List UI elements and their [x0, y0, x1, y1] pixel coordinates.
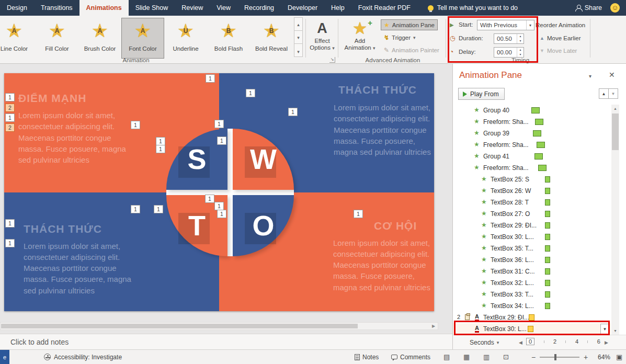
animation-item[interactable]: ★Freeform: Sha...: [453, 139, 611, 151]
timeline-bar[interactable]: [545, 280, 550, 286]
animation-painter-button[interactable]: ✎ Animation Painter: [381, 44, 442, 55]
tell-me-box[interactable]: Tell me what you want to do: [428, 0, 518, 16]
reading-view-button[interactable]: ▥: [483, 350, 490, 364]
animation-item[interactable]: ★Group 39: [453, 128, 611, 139]
accessibility-status[interactable]: Accessibility: Investigate: [44, 350, 122, 364]
animation-number-badge[interactable]: 1: [205, 195, 214, 203]
menu-tab-help[interactable]: Help: [324, 0, 351, 16]
notes-area[interactable]: Click to add notes: [0, 334, 452, 349]
timeline-bar[interactable]: [545, 176, 550, 183]
animation-number-badge[interactable]: 1: [5, 219, 15, 228]
animation-item[interactable]: ★Freeform: Sha...: [453, 116, 611, 128]
timeline-bar[interactable]: [545, 188, 550, 194]
timeline-bar[interactable]: [535, 119, 543, 125]
slide-canvas[interactable]: ĐIỂM MẠNH Lorem ipsum dolor sit amet, co…: [4, 73, 434, 311]
swot-quarter-w[interactable]: W: [233, 129, 294, 190]
duration-input[interactable]: 00.50 ▴▾: [494, 33, 524, 44]
menu-tab-foxit-reader-pdf[interactable]: Foxit Reader PDF: [351, 0, 417, 16]
timeline-bar[interactable]: [545, 303, 550, 309]
normal-view-button[interactable]: ▤: [443, 350, 450, 364]
timeline-bar[interactable]: [545, 257, 550, 263]
animation-item[interactable]: ★TextBox 31: C...: [453, 266, 611, 277]
animation-number-badge[interactable]: 2: [5, 104, 15, 112]
animation-item[interactable]: 2ATextBox 29: ĐI...: [453, 312, 611, 323]
timeline-bar[interactable]: [545, 199, 550, 206]
menu-tab-view[interactable]: View: [210, 0, 237, 16]
delay-input[interactable]: 00.00 ▴▾: [494, 47, 524, 58]
animation-number-badge[interactable]: 1: [131, 205, 140, 213]
animation-item[interactable]: ★Group 40: [453, 105, 611, 116]
scroll-right-arrow[interactable]: ▶: [430, 323, 437, 329]
zoom-in-button[interactable]: +: [584, 350, 588, 364]
comments-toggle-button[interactable]: Comments: [391, 350, 430, 364]
menu-tab-developer[interactable]: Developer: [281, 0, 324, 16]
timeline-bar[interactable]: [545, 245, 550, 252]
notes-toggle-button[interactable]: Notes: [355, 350, 379, 364]
timeline-bar[interactable]: [538, 165, 547, 171]
timeline-bar[interactable]: [545, 291, 550, 298]
seconds-dropdown[interactable]: Seconds ▾: [470, 339, 499, 346]
gallery-item-font-color[interactable]: ★AFont Color: [121, 18, 164, 59]
horizontal-scrollbar-thumb[interactable]: [1, 324, 358, 328]
menu-tab-animations[interactable]: Animations: [79, 0, 129, 16]
move-later-button[interactable]: ▼ Move Later: [540, 46, 577, 55]
pane-scrollbar-thumb[interactable]: [612, 113, 619, 150]
pane-vertical-scrollbar[interactable]: ▲ ▼: [611, 105, 619, 335]
slideshow-view-button[interactable]: ⊡: [503, 350, 509, 364]
feedback-smiley-icon[interactable]: ☺: [610, 3, 620, 13]
animation-item[interactable]: ★TextBox 35: T...: [453, 243, 611, 254]
gallery-scroll-up-button[interactable]: ▴: [294, 17, 303, 31]
delay-down-button[interactable]: ▾: [517, 52, 523, 57]
menu-tab-recording[interactable]: Recording: [237, 0, 281, 16]
timeline-bar[interactable]: [534, 153, 543, 160]
animation-item[interactable]: ★TextBox 28: T: [453, 197, 611, 208]
timeline-bar[interactable]: [533, 130, 541, 136]
animation-number-badge[interactable]: 1: [5, 93, 15, 101]
animation-item[interactable]: ★TextBox 30: L...: [453, 231, 611, 243]
gallery-item-bold-flash[interactable]: ★BBold Flash: [207, 18, 250, 59]
gallery-scroll-down-button[interactable]: ▾: [294, 30, 303, 44]
animation-number-badge[interactable]: 1: [217, 136, 226, 145]
gallery-item-brush-color[interactable]: ★ABrush Color: [78, 18, 121, 59]
menu-tab-review[interactable]: Review: [175, 0, 210, 16]
timeline-bar[interactable]: [545, 222, 550, 229]
scroll-up-arrow[interactable]: ▲: [611, 105, 619, 112]
gallery-item-bold-reveal[interactable]: ★BBold Reveal: [250, 18, 293, 59]
timeline-bar[interactable]: [545, 211, 550, 217]
animation-item[interactable]: ★TextBox 36: L...: [453, 254, 611, 266]
duration-down-button[interactable]: ▾: [517, 39, 523, 43]
timeline-bar[interactable]: [537, 142, 545, 148]
gallery-item-fill-color[interactable]: ★AFill Color: [36, 18, 78, 59]
animation-item[interactable]: ★TextBox 33: T...: [453, 289, 611, 300]
animation-item[interactable]: ★TextBox 29: ĐI...: [453, 220, 611, 231]
animation-number-badge[interactable]: 1: [206, 74, 215, 83]
menu-tab-slide-show[interactable]: Slide Show: [129, 0, 175, 16]
animation-number-badge[interactable]: 1: [156, 137, 165, 145]
zoom-slider[interactable]: [540, 357, 579, 358]
animation-pane-button[interactable]: ★ Animation Pane: [381, 19, 438, 30]
dialog-launcher-icon[interactable]: ↘: [329, 57, 335, 63]
animation-number-badge[interactable]: 1: [214, 202, 224, 210]
slide-sorter-view-button[interactable]: ▦: [463, 350, 470, 364]
start-dropdown[interactable]: With Previous ▾: [477, 20, 534, 30]
timeline-bar[interactable]: [531, 107, 540, 113]
zoom-out-button[interactable]: −: [531, 350, 536, 364]
timeline-scroll-right-button[interactable]: ▶: [605, 340, 608, 345]
play-from-button[interactable]: Play From: [458, 88, 505, 100]
fit-to-window-button[interactable]: ▣: [616, 350, 622, 364]
move-earlier-button[interactable]: ▲ Move Earlier: [540, 33, 581, 43]
animation-item[interactable]: ★Group 41: [453, 151, 611, 162]
animation-item-selected[interactable]: ATextBox 30: L...▼: [453, 323, 611, 335]
animation-number-badge[interactable]: 1: [214, 120, 224, 128]
menu-tab-design[interactable]: Design: [0, 0, 34, 16]
gallery-more-button[interactable]: ▾: [294, 43, 303, 57]
animation-item[interactable]: ★Freeform: Sha...: [453, 162, 611, 174]
animation-number-badge[interactable]: 1: [217, 210, 226, 218]
gallery-item-line-color[interactable]: ★ALine Color: [0, 18, 36, 59]
timeline-bar[interactable]: [545, 268, 550, 275]
gallery-item-underline[interactable]: ★UUnderline: [164, 18, 207, 59]
trigger-button[interactable]: ↯ Trigger ▾: [381, 32, 419, 43]
animation-item[interactable]: ★TextBox 27: O: [453, 208, 611, 220]
menu-tab-transitions[interactable]: Transitions: [34, 0, 79, 16]
pane-move-down-button[interactable]: ▼: [608, 88, 618, 99]
